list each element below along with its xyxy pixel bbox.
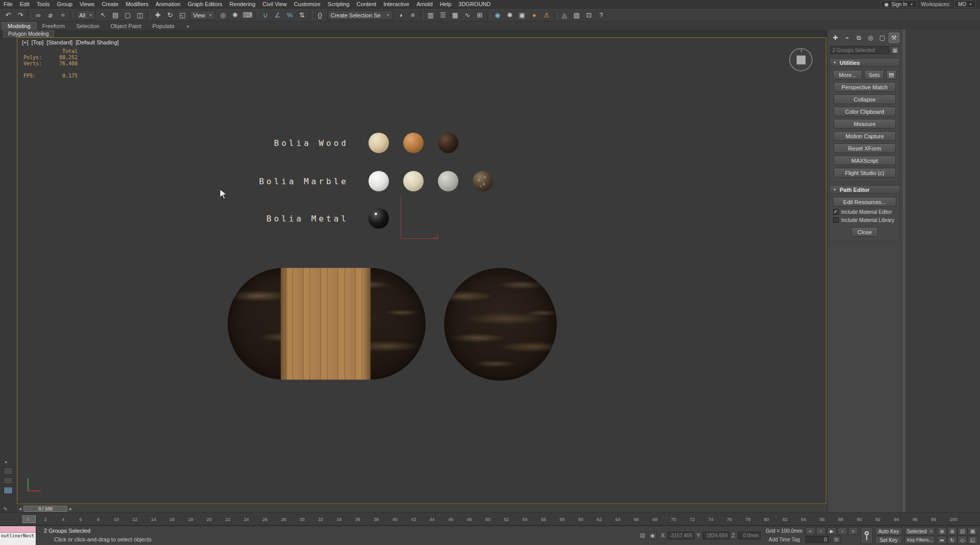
checkbox[interactable] [833,217,839,223]
timeline-tick[interactable]: 42 [411,517,416,522]
timeline-tick[interactable]: 30 [300,517,305,522]
mini-curve-editor-icon[interactable]: ∿ [3,505,8,512]
mirror-icon[interactable]: ◑ [395,10,407,20]
timeline-tick[interactable]: 18 [188,517,193,522]
viewcube[interactable] [789,48,813,71]
menu-item[interactable]: 3DGROUND [455,1,494,8]
timeline-tick[interactable]: 88 [838,517,843,522]
material-editor-icon[interactable]: ◉ [492,10,504,20]
timeline-tick[interactable]: 70 [671,517,676,522]
timeline-tick[interactable]: 28 [281,517,286,522]
field-of-view-icon[interactable]: ◇ [958,536,967,544]
rendered-frame-window-icon[interactable]: ▣ [516,10,528,20]
timeline-tick[interactable]: 36 [355,517,360,522]
rectangular-selection-region-icon[interactable]: ▢ [121,10,134,20]
menu-item[interactable]: Scripting [324,1,353,8]
isolate-selection-toggle[interactable]: ⊡ [638,532,647,539]
select-and-link-icon[interactable]: ∞ [32,10,44,20]
macro-recorder-line[interactable] [0,526,36,533]
toggle-ribbon-icon[interactable]: ▦ [449,10,461,20]
motion-tab-icon[interactable]: ◎ [865,33,876,43]
timeline-tick[interactable]: 12 [132,517,137,522]
utility-button[interactable]: Reset XForm [834,143,896,153]
timeline-tick[interactable]: 58 [559,517,565,522]
z-coordinate-field[interactable]: 0.0mm [738,532,761,539]
timeline-tick[interactable]: 32 [318,517,323,522]
timeline-tick[interactable]: 82 [782,517,788,522]
viewport-label-segment[interactable]: [Standard] [46,39,72,45]
x-coordinate-field[interactable]: -3157.405 [668,532,694,539]
timeline-tick[interactable]: 50 [485,517,491,522]
modify-tab-icon[interactable]: ⌁ [842,33,852,43]
menu-item[interactable]: Interactive [380,1,413,8]
timeline-tick[interactable]: 68 [652,517,657,522]
next-frame-button[interactable]: › [838,527,847,535]
state-sets-icon[interactable]: ▧ [571,10,583,20]
isolate-toolbar-icon[interactable]: ⊡ [583,10,595,20]
selection-filter-dropdown[interactable]: All▼ [76,10,95,20]
menu-item[interactable]: Arnold [413,1,436,8]
warning-icon[interactable]: ⚠ [541,10,553,20]
curve-editor-icon[interactable]: ∿ [461,10,474,20]
named-selection-sets-icon[interactable]: {} [314,10,326,20]
menu-item[interactable]: Modifiers [122,1,152,8]
timeline-tick[interactable]: 84 [801,517,806,522]
ribbon-tab[interactable]: Object Paint [105,22,147,30]
material-sphere[interactable] [473,171,493,191]
timeline-tick[interactable]: 24 [244,517,249,522]
viewport-layout-tab-active[interactable] [4,487,13,494]
play-button[interactable]: ▶ [827,527,837,535]
sets-button[interactable]: Sets [864,70,884,80]
undo-icon[interactable]: ↶ [2,10,14,20]
timeline-tick[interactable]: 74 [708,517,713,522]
redo-icon[interactable]: ↷ [14,10,27,20]
menu-item[interactable]: Graph Editors [184,1,226,8]
set-key-button[interactable]: Set Key [875,536,902,544]
select-object-icon[interactable]: ↖ [97,10,109,20]
key-set-dropdown[interactable]: Selected ▼ [904,527,935,535]
window-crossing-icon[interactable]: ◫ [134,10,146,20]
material-sphere[interactable] [369,171,389,191]
render-setup-icon[interactable]: ✺ [504,10,516,20]
zoom-icon[interactable]: ⊕ [937,527,947,535]
zoom-region-icon[interactable]: ⊠ [968,527,977,535]
timeline-tick[interactable]: 66 [634,517,639,522]
timeline-tick[interactable]: 0 [26,517,30,522]
time-configuration-button[interactable]: ◷ [832,536,841,543]
ribbon-tab[interactable]: Freeform [37,22,71,30]
timeline-tick[interactable]: 26 [262,517,267,522]
keyboard-shortcut-override-icon[interactable]: ⌨ [241,10,254,20]
create-selection-set-field[interactable]: Create Selection Se ▼ [328,10,393,20]
panel-scrollbar[interactable] [902,30,905,512]
reference-coordinate-dropdown[interactable]: View▼ [190,10,215,20]
timeline-tick[interactable]: 38 [374,517,379,522]
display-tab-icon[interactable]: ▢ [877,33,888,43]
timeline-tick[interactable]: 40 [393,517,398,522]
material-sphere[interactable] [403,171,424,191]
menu-item[interactable]: Views [76,1,98,8]
timeline-tick[interactable]: 44 [430,517,435,522]
maximize-viewport-icon[interactable]: ◱ [968,536,977,544]
material-sphere[interactable] [369,133,389,153]
utility-button[interactable]: Color Clipboard [834,107,896,116]
current-frame-field[interactable]: 0 [805,536,829,543]
material-label[interactable]: Bolia Metal [165,214,349,224]
viewport-layout-tab[interactable] [4,467,13,475]
percent-snap-icon[interactable]: % [284,10,296,20]
listener-line[interactable]: outlinerNest [0,533,36,545]
pan-icon[interactable]: ⇹ [937,536,947,544]
material-sphere[interactable] [438,133,458,153]
sign-in-button[interactable]: ◉ Sign In ▼ [881,1,917,8]
timeline-tick[interactable]: 80 [764,517,769,522]
menu-item[interactable]: Civil View [259,1,290,8]
key-filters-button[interactable]: Key Filters... [904,536,935,544]
timeline-tick[interactable]: 76 [727,517,732,522]
timeline-tick[interactable]: 90 [857,517,862,522]
viewport-label-segment[interactable]: [Default Shading] [76,39,118,45]
toggle-scene-explorer-icon[interactable]: ▥ [425,10,437,20]
menu-item[interactable]: Help [436,1,455,8]
snaps-toggle-icon[interactable]: ∪ [259,10,272,20]
ribbon-tab[interactable]: Selection [70,22,105,30]
timeline-tick[interactable]: 54 [522,517,527,522]
menu-item[interactable]: Customize [290,1,324,8]
